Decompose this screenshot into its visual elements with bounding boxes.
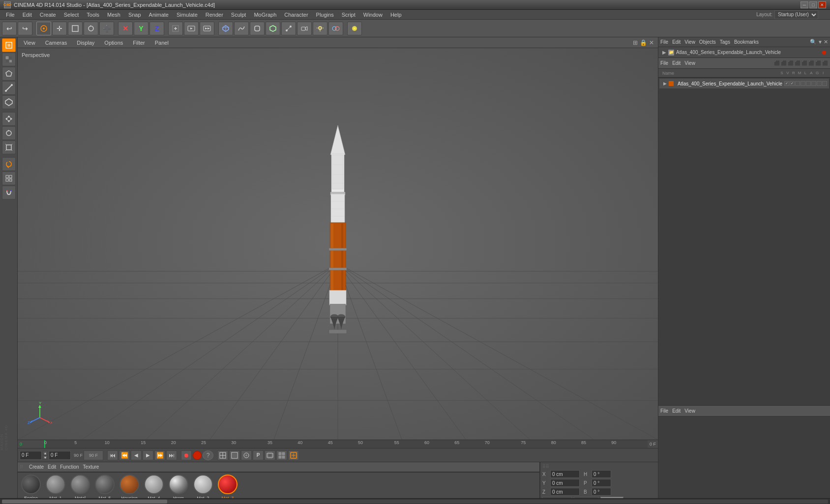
go-start-button[interactable]: ⏮ xyxy=(107,450,118,460)
frame-down-button[interactable]: ▼ xyxy=(43,455,48,459)
prop-p-field[interactable] xyxy=(592,479,611,487)
sidebar-rotate-button[interactable] xyxy=(2,126,16,140)
sidebar-lasso-button[interactable] xyxy=(2,157,16,171)
material-mat4[interactable]: Mat_4 xyxy=(143,475,165,501)
redo-button[interactable]: ↪ xyxy=(18,22,32,35)
flag-l[interactable] xyxy=(806,81,811,86)
rt-menu-tags[interactable]: Tags xyxy=(720,39,730,45)
help-button[interactable]: ? xyxy=(203,450,213,460)
rt-menu-objects[interactable]: Objects xyxy=(699,39,716,45)
sidebar-move-button[interactable] xyxy=(2,112,16,126)
menu-snap[interactable]: Snap xyxy=(124,11,145,19)
flag-a[interactable] xyxy=(811,81,816,86)
spline-button[interactable] xyxy=(234,22,249,35)
menu-help[interactable]: Help xyxy=(386,11,406,19)
sidebar-edge-button[interactable] xyxy=(2,81,16,95)
sidebar-point-button[interactable] xyxy=(2,95,16,109)
menu-sculpt[interactable]: Sculpt xyxy=(227,11,250,19)
render-frame-button[interactable] xyxy=(184,22,199,35)
vp-menu-panel[interactable]: Panel xyxy=(153,39,171,47)
render-settings-button[interactable] xyxy=(168,22,183,35)
menu-tools[interactable]: Tools xyxy=(83,11,103,19)
auto-key-button[interactable] xyxy=(193,451,202,460)
minimize-button[interactable]: ─ xyxy=(800,1,808,8)
rotate-button[interactable] xyxy=(84,22,98,35)
mode-btn-5[interactable] xyxy=(265,450,275,460)
move-button[interactable]: ✛ xyxy=(52,22,67,35)
close-button[interactable]: ✕ xyxy=(818,1,826,8)
play-reverse-button[interactable]: ◀ xyxy=(131,450,142,460)
obj-menu-edit[interactable]: Edit xyxy=(672,60,681,66)
obj-menu-view[interactable]: View xyxy=(684,60,695,66)
flag-g[interactable] xyxy=(817,81,822,86)
prop-y-field[interactable] xyxy=(550,479,580,487)
material-hrom[interactable]: Hrom xyxy=(167,475,190,501)
record-button[interactable]: ⏺ xyxy=(181,450,192,460)
prop-x-field[interactable] xyxy=(550,470,580,478)
material-mat5[interactable]: Mat_5 xyxy=(93,475,116,501)
menu-create[interactable]: Create xyxy=(36,11,60,19)
maximize-button[interactable]: □ xyxy=(809,1,817,8)
sidebar-scale-button[interactable] xyxy=(2,140,16,154)
sidebar-polygon-button[interactable] xyxy=(2,67,16,81)
attr-menu-file[interactable]: File xyxy=(660,408,668,414)
material-mat1[interactable]: Mat_1 xyxy=(44,475,67,501)
timeline-track[interactable]: 0 5 10 15 20 25 30 35 40 45 50 55 60 65 … xyxy=(44,440,648,448)
vp-menu-options[interactable]: Options xyxy=(102,39,125,47)
render-animation-button[interactable] xyxy=(200,22,214,35)
flag-m[interactable] xyxy=(800,81,805,86)
bottom-scrollbar[interactable] xyxy=(0,498,830,504)
sidebar-checker-button[interactable] xyxy=(2,53,16,66)
material-metal[interactable]: Metal xyxy=(69,475,91,501)
spline-tool-button[interactable] xyxy=(281,22,296,35)
mode-btn-1[interactable] xyxy=(217,450,228,460)
menu-character[interactable]: Character xyxy=(280,11,312,19)
current-frame-field[interactable] xyxy=(20,451,42,460)
light-on-button[interactable] xyxy=(347,22,362,35)
rt-icon-close[interactable]: ✕ xyxy=(824,39,828,45)
flag-r[interactable] xyxy=(795,81,800,86)
layout-selector[interactable]: Startup (User) xyxy=(774,10,818,19)
cube-button[interactable] xyxy=(218,22,233,35)
scrollbar-thumb[interactable] xyxy=(2,500,167,504)
rt-menu-file[interactable]: File xyxy=(660,39,668,45)
mode-btn-7[interactable] xyxy=(288,450,299,460)
tree-expand[interactable]: ▶ xyxy=(662,50,666,55)
x-button[interactable]: ✕ xyxy=(118,22,133,35)
vp-menu-cameras[interactable]: Cameras xyxy=(43,39,69,47)
sidebar-magnet-button[interactable] xyxy=(2,186,16,199)
sidebar-objects-button[interactable] xyxy=(2,38,16,52)
light-button[interactable] xyxy=(313,22,327,35)
rt-menu-edit[interactable]: Edit xyxy=(672,39,681,45)
mode-btn-2[interactable] xyxy=(229,450,240,460)
rt-menu-bookmarks[interactable]: Bookmarks xyxy=(734,39,759,45)
step-forward-button[interactable]: ⏩ xyxy=(154,450,165,460)
vp-icon-lock[interactable]: 🔒 xyxy=(640,39,647,46)
step-back-button[interactable]: ⏪ xyxy=(119,450,130,460)
mode-btn-4[interactable]: P xyxy=(253,450,264,460)
menu-select[interactable]: Select xyxy=(60,11,83,19)
attr-menu-edit[interactable]: Edit xyxy=(672,408,681,414)
scale-button[interactable] xyxy=(68,22,83,35)
material-housing[interactable]: Housing xyxy=(118,475,141,501)
prop-b-field[interactable] xyxy=(592,488,611,496)
obj-item-atlas[interactable]: ▶ Atlas_400_Series_Expendable_Launch_Veh… xyxy=(659,79,829,88)
stereo-button[interactable] xyxy=(328,22,343,35)
menu-mesh[interactable]: Mesh xyxy=(103,11,124,19)
mode-model-button[interactable] xyxy=(36,22,51,35)
go-end-button[interactable]: ⏭ xyxy=(166,450,177,460)
mat-menu-create[interactable]: Create xyxy=(29,464,44,470)
menu-script[interactable]: Script xyxy=(338,11,359,19)
z-button[interactable]: Z xyxy=(149,22,164,35)
y-button[interactable]: Y xyxy=(134,22,148,35)
current-frame-field2[interactable] xyxy=(49,451,71,460)
vp-menu-display[interactable]: Display xyxy=(75,39,96,47)
mode-btn-3[interactable] xyxy=(241,450,252,460)
flag-s[interactable]: ✓ xyxy=(784,81,789,86)
flag-i[interactable] xyxy=(822,81,827,86)
mat-menu-texture[interactable]: Texture xyxy=(83,464,99,470)
menu-mograph[interactable]: MoGraph xyxy=(250,11,280,19)
menu-animate[interactable]: Animate xyxy=(145,11,173,19)
material-mat2[interactable]: Mat_2 xyxy=(192,475,214,501)
rt-icon-search[interactable]: 🔍 xyxy=(810,39,817,45)
